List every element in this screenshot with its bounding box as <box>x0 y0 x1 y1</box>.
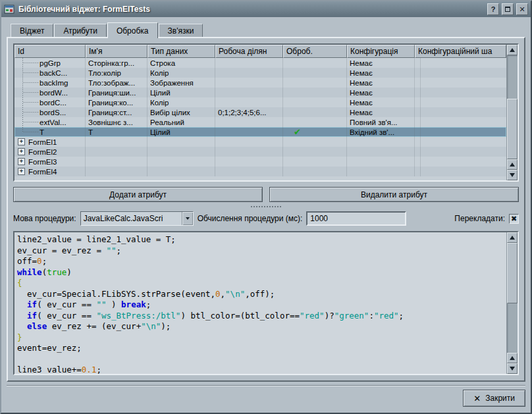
table-cell <box>415 137 421 147</box>
table-cell: Зображення <box>147 78 215 88</box>
table-cell <box>147 157 215 167</box>
scroll-track[interactable] <box>507 243 518 353</box>
table-header: IdІм'яТип данихРобоча ділянОброб.Конфігу… <box>14 45 506 58</box>
tab-attrs[interactable]: Атрибути <box>54 24 106 38</box>
cell-text: Немає <box>350 89 373 97</box>
table-row[interactable]: +FormEl2 <box>14 147 506 157</box>
combo-dropdown-button[interactable] <box>182 212 193 225</box>
column-header[interactable]: Робоча ділян <box>215 45 283 58</box>
splitter-handle[interactable] <box>251 206 281 207</box>
table-cell <box>283 117 347 127</box>
table-cell: Немає <box>347 58 415 68</box>
scroll-track[interactable] <box>507 55 518 159</box>
expand-icon[interactable]: + <box>18 148 25 155</box>
up-arrow-icon <box>510 48 515 52</box>
code-scrollbar[interactable] <box>506 232 518 374</box>
scroll-thumb[interactable] <box>507 243 518 303</box>
code-token: 0.1 <box>82 365 97 374</box>
delete-attribute-button[interactable]: Видалити атрибут <box>269 187 519 202</box>
checkbox-check-icon: ✖ <box>511 215 517 223</box>
window-menu-icon[interactable] <box>4 4 14 14</box>
code-token: "" <box>106 246 116 255</box>
down-arrow-icon <box>510 367 515 371</box>
code-token: 0 <box>37 256 42 266</box>
tab-links[interactable]: Зв'язки <box>159 24 203 38</box>
table-cell <box>415 58 421 68</box>
table-row[interactable]: bordW...Границя:ши...ЦілийНемає <box>14 88 506 97</box>
table-row[interactable]: backC...Тло:колірКолірНемає <box>14 68 506 78</box>
scroll-up-button-bottom[interactable] <box>507 353 518 363</box>
column-header[interactable]: Конфігурація <box>347 45 415 58</box>
code-line: ev_cur = ev_rez = ""; <box>17 246 506 257</box>
up-arrow-icon <box>510 236 515 240</box>
expand-icon[interactable]: + <box>18 168 25 175</box>
tree-guide-icon <box>16 127 40 137</box>
maximize-button[interactable] <box>502 3 514 15</box>
table-row[interactable]: backImgТло:зображ...ЗображенняНемає <box>14 78 506 88</box>
table-row[interactable]: +FormEl3 <box>14 157 506 167</box>
footer: ✕ Закрити <box>7 389 525 407</box>
titlebar[interactable]: Бібліотечний віджет: FormElTests ? ✕ <box>1 1 531 17</box>
cell-text: T <box>40 128 44 136</box>
calc-period-input[interactable] <box>306 211 406 226</box>
code-content[interactable]: line2_value = line2_1_value = T;ev_cur =… <box>14 232 506 374</box>
scroll-up-button-bottom[interactable] <box>507 159 518 170</box>
table-cell <box>283 68 347 78</box>
cell-text: Тло:зображ... <box>88 79 135 87</box>
up-arrow-icon <box>510 356 515 360</box>
table-scrollbar[interactable] <box>506 45 518 180</box>
expand-icon[interactable]: + <box>18 158 25 165</box>
column-header[interactable]: Конфігураційний ша <box>415 45 506 58</box>
table-row[interactable]: pgGrpСторінка:гр...СтрокаНемає <box>14 58 506 68</box>
table-row[interactable]: extVal...Зовнішнє з...РеальнийПовний зв'… <box>14 117 506 127</box>
table-cell <box>283 137 347 147</box>
attributes-table: IdІм'яТип данихРобоча ділянОброб.Конфігу… <box>13 43 519 182</box>
table-cell: Границя:ко... <box>86 97 147 107</box>
scroll-thumb[interactable] <box>507 99 518 159</box>
cell-text: Границя:ко... <box>88 99 133 107</box>
table-cell <box>215 137 283 147</box>
table-cell <box>283 167 347 176</box>
help-button[interactable]: ? <box>487 3 499 15</box>
table-row[interactable]: TTЦілий✔Вхідний зв'... <box>14 127 506 137</box>
code-token: off= <box>17 256 37 266</box>
table-row[interactable]: +FormEl4 <box>14 167 506 176</box>
window-close-button[interactable]: ✕ <box>516 3 528 15</box>
cell-text: Колір <box>150 69 169 77</box>
code-token: ev_cur = ev_rez = <box>17 246 106 255</box>
scroll-up-button[interactable] <box>507 45 518 55</box>
column-header[interactable]: Ім'я <box>86 45 147 58</box>
code-line: else ev_rez += (ev_cur+"\n"); <box>17 321 506 332</box>
table-cell: +FormEl1 <box>14 137 86 147</box>
table-cell: 0;1;2;3;4;5;6... <box>215 107 283 117</box>
table-row[interactable]: bordS...Границя:ст...Вибір цілих0;1;2;3;… <box>14 107 506 117</box>
table-cell: backImg <box>14 78 86 88</box>
scroll-up-button[interactable] <box>507 232 518 243</box>
add-attribute-button[interactable]: Додати атрибут <box>13 187 263 202</box>
table-cell <box>147 137 215 147</box>
column-header[interactable]: Id <box>14 45 86 58</box>
scroll-down-button[interactable] <box>507 363 518 374</box>
code-line <box>17 354 506 365</box>
table-row[interactable]: +FormEl1 <box>14 137 506 147</box>
table-row[interactable]: bordC...Границя:ко...КолірНемає <box>14 97 506 107</box>
table-cell <box>147 167 215 176</box>
tree-guide-icon <box>16 97 40 107</box>
table-cell: Вхідний зв'... <box>347 127 415 137</box>
table-cell <box>283 58 347 68</box>
table-cell: bordS... <box>14 107 86 117</box>
tree-guide-icon <box>16 68 40 78</box>
cell-text: Зовнішнє з... <box>88 118 133 126</box>
translate-checkbox[interactable]: ✖ <box>509 214 519 224</box>
column-header[interactable]: Оброб. <box>283 45 347 58</box>
column-header[interactable]: Тип даних <box>147 45 215 58</box>
scroll-down-button[interactable] <box>507 170 518 180</box>
tab-widget[interactable]: Віджет <box>11 24 53 38</box>
code-token: if <box>27 299 37 309</box>
language-combobox[interactable]: JavaLikeCalc.JavaScri <box>80 211 194 226</box>
splitter[interactable] <box>13 202 519 211</box>
close-button[interactable]: ✕ Закрити <box>463 390 525 407</box>
code-token: : <box>369 311 374 321</box>
tab-process[interactable]: Обробка <box>107 22 158 38</box>
expand-icon[interactable]: + <box>18 138 25 145</box>
